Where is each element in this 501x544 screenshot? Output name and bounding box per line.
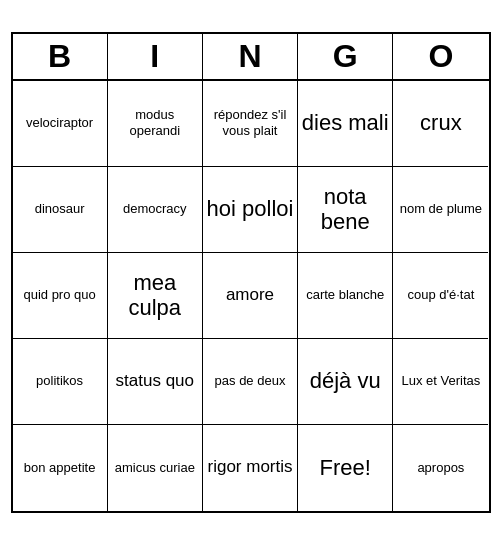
bingo-cell-5: dinosaur bbox=[13, 167, 108, 253]
bingo-cell-3: dies mali bbox=[298, 81, 393, 167]
bingo-cell-16: status quo bbox=[108, 339, 203, 425]
bingo-cell-17: pas de deux bbox=[203, 339, 298, 425]
bingo-cell-2: répondez s'il vous plait bbox=[203, 81, 298, 167]
bingo-grid: velociraptormodus operandirépondez s'il … bbox=[13, 81, 489, 511]
bingo-cell-24: apropos bbox=[393, 425, 488, 511]
bingo-cell-21: amicus curiae bbox=[108, 425, 203, 511]
bingo-cell-14: coup d'é·tat bbox=[393, 253, 488, 339]
bingo-cell-13: carte blanche bbox=[298, 253, 393, 339]
bingo-cell-23: Free! bbox=[298, 425, 393, 511]
bingo-cell-8: nota bene bbox=[298, 167, 393, 253]
bingo-card: BINGO velociraptormodus operandirépondez… bbox=[11, 32, 491, 513]
header-letter-n: N bbox=[203, 34, 298, 79]
bingo-cell-22: rigor mortis bbox=[203, 425, 298, 511]
bingo-cell-4: crux bbox=[393, 81, 488, 167]
bingo-cell-10: quid pro quo bbox=[13, 253, 108, 339]
bingo-cell-11: mea culpa bbox=[108, 253, 203, 339]
bingo-cell-9: nom de plume bbox=[393, 167, 488, 253]
bingo-header: BINGO bbox=[13, 34, 489, 81]
header-letter-o: O bbox=[393, 34, 488, 79]
bingo-cell-6: democracy bbox=[108, 167, 203, 253]
header-letter-g: G bbox=[298, 34, 393, 79]
bingo-cell-15: politikos bbox=[13, 339, 108, 425]
bingo-cell-18: déjà vu bbox=[298, 339, 393, 425]
header-letter-b: B bbox=[13, 34, 108, 79]
header-letter-i: I bbox=[108, 34, 203, 79]
bingo-cell-12: amore bbox=[203, 253, 298, 339]
bingo-cell-1: modus operandi bbox=[108, 81, 203, 167]
bingo-cell-7: hoi polloi bbox=[203, 167, 298, 253]
bingo-cell-0: velociraptor bbox=[13, 81, 108, 167]
bingo-cell-19: Lux et Veritas bbox=[393, 339, 488, 425]
bingo-cell-20: bon appetite bbox=[13, 425, 108, 511]
